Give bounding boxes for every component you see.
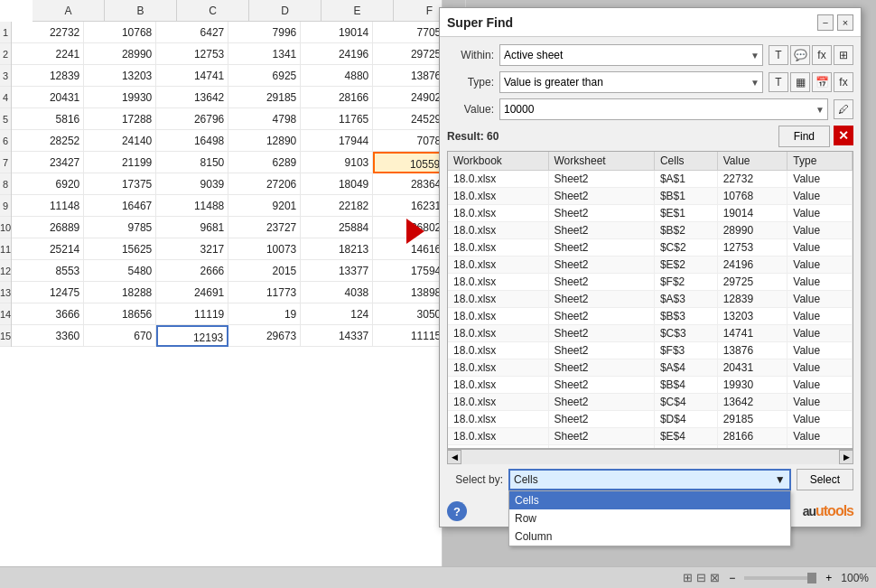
table-row[interactable]: 18.0.xlsxSheet2$C$314741Value — [448, 325, 853, 342]
view-icon-break[interactable]: ⊠ — [710, 571, 720, 584]
cell-E6[interactable]: 17944 — [301, 130, 373, 152]
cell-D15[interactable]: 29673 — [228, 325, 301, 347]
within-select[interactable]: Active sheet Workbook — [499, 44, 763, 66]
cell-A5[interactable]: 5816 — [12, 108, 84, 130]
cell-E5[interactable]: 11765 — [301, 108, 373, 130]
scroll-left-btn[interactable]: ◀ — [447, 450, 461, 464]
dropdown-item-row[interactable]: Row — [509, 509, 790, 527]
within-icon-t[interactable]: T — [769, 45, 788, 65]
table-row[interactable]: 18.0.xlsxSheet2$E$224196Value — [448, 257, 853, 274]
cell-F12[interactable]: 17594 — [373, 260, 445, 282]
cell-B3[interactable]: 13203 — [84, 65, 156, 87]
scroll-track[interactable] — [461, 450, 839, 464]
cell-F6[interactable]: 7078 — [373, 130, 445, 152]
cell-D12[interactable]: 2015 — [228, 260, 301, 282]
select-by-display[interactable]: Cells ▼ — [508, 469, 791, 490]
cell-D1[interactable]: 7996 — [228, 22, 301, 43]
cell-B6[interactable]: 24140 — [84, 130, 156, 152]
value-icon-eyedrop[interactable]: 🖊 — [834, 99, 853, 119]
cell-B12[interactable]: 5480 — [84, 260, 156, 282]
within-icon-fx[interactable]: fx — [812, 45, 832, 65]
cell-C2[interactable]: 12753 — [156, 43, 228, 65]
cell-E15[interactable]: 14337 — [301, 325, 373, 347]
cell-B7[interactable]: 21199 — [84, 152, 156, 173]
cell-B14[interactable]: 18656 — [84, 303, 156, 325]
grid-body[interactable]: 2273210768642779961901477052241289901275… — [12, 22, 445, 347]
cell-C14[interactable]: 11119 — [156, 303, 228, 325]
cell-D2[interactable]: 1341 — [228, 43, 301, 65]
cell-F4[interactable]: 24902 — [373, 87, 445, 108]
type-icon-cal[interactable]: 📅 — [812, 72, 832, 92]
cell-A7[interactable]: 23427 — [12, 152, 84, 173]
help-button[interactable]: ? — [447, 501, 467, 521]
cell-D3[interactable]: 6925 — [228, 65, 301, 87]
cell-D5[interactable]: 4798 — [228, 108, 301, 130]
cell-E8[interactable]: 18049 — [301, 173, 373, 195]
close-button[interactable]: × — [837, 14, 853, 31]
scroll-right-btn[interactable]: ▶ — [839, 450, 853, 464]
cell-A10[interactable]: 26889 — [12, 217, 84, 238]
cell-E14[interactable]: 124 — [301, 303, 373, 325]
cell-A11[interactable]: 25214 — [12, 238, 84, 260]
find-button[interactable]: Find — [778, 126, 830, 147]
type-select[interactable]: Value is greater than Value is less than… — [499, 71, 763, 93]
cell-B1[interactable]: 10768 — [84, 22, 156, 43]
table-row[interactable]: 18.0.xlsxSheet2$F$424902Value — [448, 445, 853, 450]
table-row[interactable]: 18.0.xlsxSheet2$F$313876Value — [448, 342, 853, 359]
select-action-button[interactable]: Select — [797, 469, 853, 490]
cell-C3[interactable]: 14741 — [156, 65, 228, 87]
cell-F13[interactable]: 13898 — [373, 282, 445, 303]
cell-D10[interactable]: 23727 — [228, 217, 301, 238]
cell-E11[interactable]: 18213 — [301, 238, 373, 260]
table-row[interactable]: 18.0.xlsxSheet2$B$110768Value — [448, 188, 853, 205]
cell-B15[interactable]: 670 — [84, 325, 156, 347]
cell-A4[interactable]: 20431 — [12, 87, 84, 108]
cell-F14[interactable]: 3050 — [373, 303, 445, 325]
cell-A3[interactable]: 12839 — [12, 65, 84, 87]
cell-A12[interactable]: 8553 — [12, 260, 84, 282]
cell-A2[interactable]: 2241 — [12, 43, 84, 65]
view-icon-page[interactable]: ⊟ — [696, 571, 706, 584]
zoom-plus[interactable]: + — [825, 572, 832, 584]
cell-C12[interactable]: 2666 — [156, 260, 228, 282]
cell-E9[interactable]: 22182 — [301, 195, 373, 217]
minimize-button[interactable]: − — [817, 14, 834, 31]
cell-A9[interactable]: 11148 — [12, 195, 84, 217]
cell-E1[interactable]: 19014 — [301, 22, 373, 43]
cell-C11[interactable]: 3217 — [156, 238, 228, 260]
cell-B8[interactable]: 17375 — [84, 173, 156, 195]
cell-A6[interactable]: 28252 — [12, 130, 84, 152]
table-row[interactable]: 18.0.xlsxSheet2$B$419930Value — [448, 377, 853, 394]
type-icon-b[interactable]: ▦ — [790, 72, 810, 92]
cell-A13[interactable]: 12475 — [12, 282, 84, 303]
cell-B9[interactable]: 16467 — [84, 195, 156, 217]
table-row[interactable]: 18.0.xlsxSheet2$B$228990Value — [448, 222, 853, 239]
cell-F5[interactable]: 24529 — [373, 108, 445, 130]
table-row[interactable]: 18.0.xlsxSheet2$A$122732Value — [448, 171, 853, 188]
cell-F8[interactable]: 28364 — [373, 173, 445, 195]
cell-F15[interactable]: 11115 — [373, 325, 445, 347]
cell-C8[interactable]: 9039 — [156, 173, 228, 195]
table-row[interactable]: 18.0.xlsxSheet2$C$413642Value — [448, 394, 853, 411]
cell-C1[interactable]: 6427 — [156, 22, 228, 43]
type-icon-fx[interactable]: fx — [834, 72, 853, 92]
cell-A14[interactable]: 3666 — [12, 303, 84, 325]
table-row[interactable]: 18.0.xlsxSheet2$A$312839Value — [448, 291, 853, 308]
cell-C13[interactable]: 24691 — [156, 282, 228, 303]
cell-C4[interactable]: 13642 — [156, 87, 228, 108]
dropdown-item-cells[interactable]: Cells — [509, 491, 790, 509]
cell-F2[interactable]: 29725 — [373, 43, 445, 65]
cell-D11[interactable]: 10073 — [228, 238, 301, 260]
table-row[interactable]: 18.0.xlsxSheet2$E$428166Value — [448, 428, 853, 445]
results-table-scroll[interactable]: Workbook Worksheet Cells Value Type 18.0… — [448, 152, 853, 449]
cell-F1[interactable]: 7705 — [373, 22, 445, 43]
cell-D13[interactable]: 11773 — [228, 282, 301, 303]
table-row[interactable]: 18.0.xlsxSheet2$B$313203Value — [448, 308, 853, 325]
cell-D8[interactable]: 27206 — [228, 173, 301, 195]
table-row[interactable]: 18.0.xlsxSheet2$F$229725Value — [448, 274, 853, 291]
cell-E10[interactable]: 25884 — [301, 217, 373, 238]
cell-B5[interactable]: 17288 — [84, 108, 156, 130]
cell-B4[interactable]: 19930 — [84, 87, 156, 108]
clear-result-button[interactable]: ✕ — [834, 126, 853, 145]
cell-E2[interactable]: 24196 — [301, 43, 373, 65]
